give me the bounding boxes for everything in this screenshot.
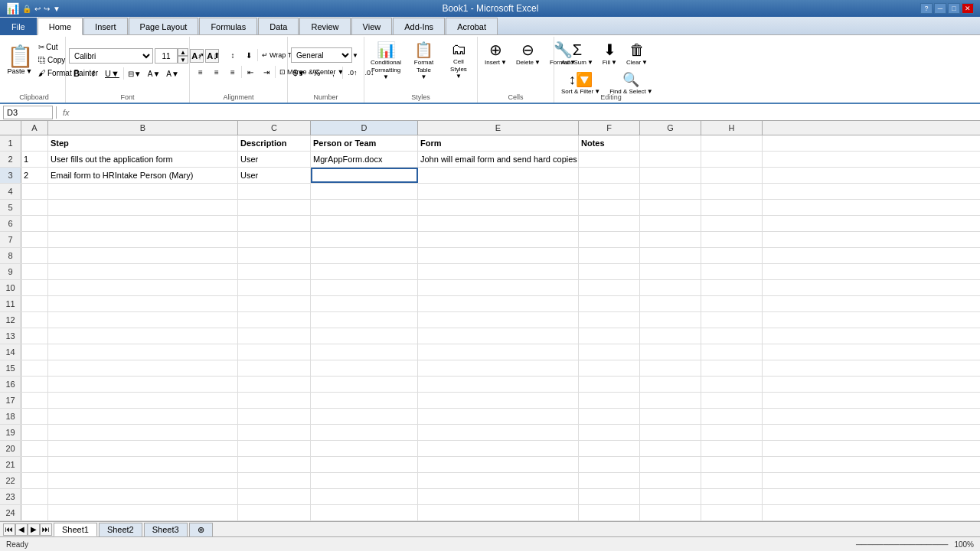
tab-file[interactable]: File bbox=[0, 18, 37, 35]
font-size-decrease-btn[interactable]: ▼ bbox=[178, 56, 188, 64]
bold-button[interactable]: B bbox=[69, 67, 84, 80]
row-num-10[interactable]: 10 bbox=[0, 280, 21, 295]
tab-acrobat[interactable]: Acrobat bbox=[446, 18, 498, 34]
tab-home[interactable]: Home bbox=[38, 18, 83, 35]
row-num-5[interactable]: 5 bbox=[0, 200, 21, 215]
cell-a1[interactable] bbox=[21, 135, 48, 151]
fill-button[interactable]: ⬇ Fill ▼ bbox=[599, 38, 621, 68]
sheet-nav-prev[interactable]: ◀ bbox=[15, 523, 28, 536]
font-size-increase-btn[interactable]: ▲ bbox=[178, 48, 188, 56]
cell-g2[interactable] bbox=[640, 152, 701, 167]
orient-btn[interactable]: ↗ bbox=[193, 48, 208, 62]
minimize-btn[interactable]: ─ bbox=[934, 3, 946, 14]
row-num-1[interactable]: 1 bbox=[0, 135, 21, 151]
row-num-11[interactable]: 11 bbox=[0, 296, 21, 311]
indent-dec-btn[interactable]: ⇤ bbox=[243, 65, 258, 79]
row-num-16[interactable]: 16 bbox=[0, 377, 21, 392]
row-num-24[interactable]: 24 bbox=[0, 505, 21, 520]
cell-e1[interactable]: Form bbox=[418, 135, 579, 151]
cell-b2[interactable]: User fills out the application form bbox=[48, 152, 238, 167]
sheet-tab-2[interactable]: Sheet2 bbox=[99, 523, 142, 536]
row-num-3[interactable]: 3 bbox=[0, 168, 21, 183]
col-header-d[interactable]: D bbox=[311, 121, 418, 135]
tab-data[interactable]: Data bbox=[258, 18, 299, 34]
row-num-22[interactable]: 22 bbox=[0, 473, 21, 488]
cell-g1[interactable] bbox=[640, 135, 701, 151]
col-header-e[interactable]: E bbox=[418, 121, 579, 135]
cell-styles-button[interactable]: 🗂 Cell Styles ▼ bbox=[443, 38, 474, 82]
row-num-15[interactable]: 15 bbox=[0, 360, 21, 376]
borders-button[interactable]: ⊟▼ bbox=[126, 67, 144, 80]
cell-h1[interactable] bbox=[701, 135, 763, 151]
tab-pagelayout[interactable]: Page Layout bbox=[129, 18, 199, 34]
tab-formulas[interactable]: Formulas bbox=[199, 18, 257, 34]
autosum-button[interactable]: Σ AutoSum ▼ bbox=[557, 38, 597, 68]
cell-g3[interactable] bbox=[640, 168, 701, 183]
cell-e3[interactable] bbox=[418, 168, 579, 183]
delete-button[interactable]: ⊖ Delete ▼ bbox=[512, 38, 544, 68]
window-controls[interactable]: ? ─ □ ✕ bbox=[920, 3, 974, 14]
cell-a3[interactable]: 2 bbox=[21, 168, 48, 183]
cell-f3[interactable] bbox=[579, 168, 640, 183]
cell-e2[interactable]: John will email form and send hard copie… bbox=[418, 152, 579, 167]
row-num-13[interactable]: 13 bbox=[0, 328, 21, 344]
tab-addins[interactable]: Add-Ins bbox=[393, 18, 445, 34]
align-right-btn[interactable]: ≡ bbox=[225, 65, 240, 79]
restore-btn[interactable]: □ bbox=[948, 3, 960, 14]
tab-view[interactable]: View bbox=[351, 18, 393, 34]
font-family-select[interactable]: Calibri bbox=[69, 48, 153, 64]
sheet-tab-3[interactable]: Sheet3 bbox=[144, 523, 188, 536]
cell-a2[interactable]: 1 bbox=[21, 152, 48, 167]
tab-review[interactable]: Review bbox=[299, 18, 350, 34]
cell-d1[interactable]: Person or Team bbox=[311, 135, 418, 151]
formula-input[interactable] bbox=[76, 106, 977, 119]
row-num-2[interactable]: 2 bbox=[0, 152, 21, 167]
italic-button[interactable]: I bbox=[86, 67, 101, 80]
sheet-tab-1[interactable]: Sheet1 bbox=[54, 523, 97, 536]
row-num-4[interactable]: 4 bbox=[0, 184, 21, 199]
row-num-18[interactable]: 18 bbox=[0, 409, 21, 424]
row-num-21[interactable]: 21 bbox=[0, 457, 21, 472]
font-size-input[interactable] bbox=[155, 48, 178, 64]
col-header-b[interactable]: B bbox=[48, 121, 238, 135]
cell-h2[interactable] bbox=[701, 152, 763, 167]
col-header-a[interactable]: A bbox=[21, 121, 48, 135]
indent-inc-btn[interactable]: ⇥ bbox=[259, 65, 274, 79]
cell-c1[interactable]: Description bbox=[238, 135, 311, 151]
row-num-9[interactable]: 9 bbox=[0, 264, 21, 279]
cell-f1[interactable]: Notes bbox=[579, 135, 640, 151]
row-num-17[interactable]: 17 bbox=[0, 393, 21, 408]
format-table-button[interactable]: 📋 Format Table ▼ bbox=[406, 38, 442, 83]
row-num-23[interactable]: 23 bbox=[0, 489, 21, 504]
paste-button[interactable]: 📋 Paste ▼ bbox=[6, 38, 34, 83]
cell-b3[interactable]: Email form to HRIntake Person (Mary) bbox=[48, 168, 238, 183]
cell-b1[interactable]: Step bbox=[48, 135, 238, 151]
underline-button[interactable]: U▼ bbox=[103, 67, 122, 80]
cell-c2[interactable]: User bbox=[238, 152, 311, 167]
percent-btn[interactable]: % bbox=[309, 66, 324, 80]
col-header-c[interactable]: C bbox=[238, 121, 311, 135]
cell-d2[interactable]: MgrAppForm.docx bbox=[311, 152, 418, 167]
row-num-19[interactable]: 19 bbox=[0, 425, 21, 440]
col-header-h[interactable]: H bbox=[701, 121, 763, 135]
tab-insert[interactable]: Insert bbox=[83, 18, 128, 34]
row-num-7[interactable]: 7 bbox=[0, 232, 21, 247]
sheet-nav-last[interactable]: ⏭ bbox=[40, 523, 52, 536]
clear-button[interactable]: 🗑 Clear ▼ bbox=[622, 38, 652, 68]
sheet-nav-first[interactable]: ⏮ bbox=[3, 523, 15, 536]
cell-f2[interactable] bbox=[579, 152, 640, 167]
row-num-12[interactable]: 12 bbox=[0, 312, 21, 328]
fill-color-button[interactable]: A▼ bbox=[145, 67, 163, 80]
close-btn[interactable]: ✕ bbox=[962, 3, 974, 14]
cell-h3[interactable] bbox=[701, 168, 763, 183]
sheet-nav-next[interactable]: ▶ bbox=[28, 523, 40, 536]
row-num-14[interactable]: 14 bbox=[0, 344, 21, 360]
cell-d3[interactable] bbox=[311, 168, 418, 183]
comma-btn[interactable]: , bbox=[325, 66, 341, 80]
align-center-btn[interactable]: ≡ bbox=[209, 65, 224, 79]
number-format-select[interactable]: General bbox=[291, 47, 352, 63]
currency-btn[interactable]: $▼ bbox=[291, 66, 307, 80]
align-bottom-btn[interactable]: ⬇ bbox=[241, 48, 256, 62]
align-top-btn[interactable]: ⬆ bbox=[209, 48, 224, 62]
col-header-g[interactable]: G bbox=[640, 121, 701, 135]
